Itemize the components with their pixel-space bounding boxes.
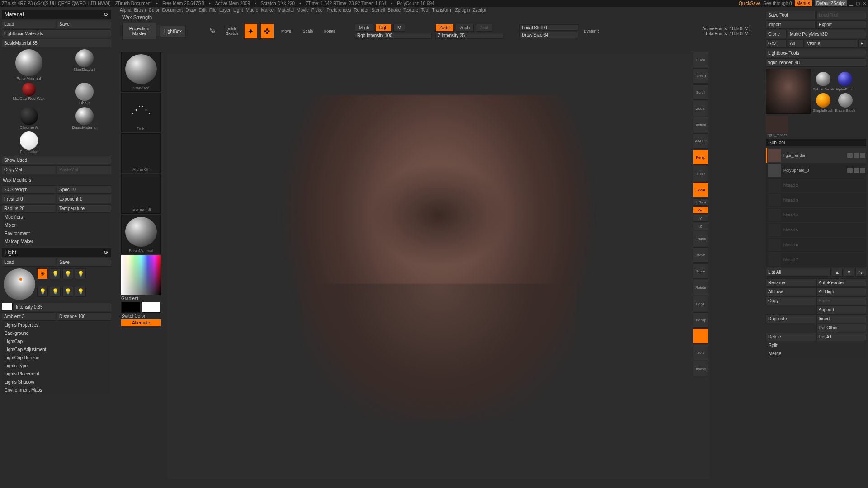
material-palette-header[interactable]: Material ⟳: [2, 10, 111, 19]
move-mode-button[interactable]: Move: [277, 28, 295, 34]
current-tool-preview[interactable]: [766, 69, 811, 114]
lights-placement-section[interactable]: Lights Placement: [2, 370, 111, 378]
primary-color-swatch[interactable]: [142, 302, 160, 313]
floor-button[interactable]: Floor: [693, 166, 708, 181]
z-button[interactable]: Z: [693, 223, 708, 230]
merge-section[interactable]: Merge: [766, 350, 866, 357]
load-tool-button[interactable]: Load Tool: [816, 11, 866, 19]
brush-preview[interactable]: Standard: [121, 52, 161, 92]
canvas-viewport[interactable]: [167, 54, 710, 479]
menu-item[interactable]: Stroke: [387, 8, 401, 13]
subtool-item[interactable]: hhead 4: [766, 208, 866, 222]
insert-button[interactable]: Insert: [816, 314, 867, 323]
ambient-slider[interactable]: Ambient 3: [2, 312, 56, 321]
alternate-button[interactable]: Alternate: [121, 319, 161, 326]
focal-shift-slider[interactable]: Focal Shift 0: [519, 24, 578, 31]
scale-nav-button[interactable]: Scale: [693, 263, 708, 279]
r-button[interactable]: R: [858, 39, 866, 48]
projection-master-button[interactable]: Projection Master: [122, 23, 156, 39]
lights-properties-section[interactable]: Lights Properties: [2, 321, 111, 329]
light-intensity-slider[interactable]: Intensity 0.85: [14, 303, 111, 311]
menu-item[interactable]: Document: [162, 8, 183, 13]
alpha-preview[interactable]: Alpha Off: [121, 133, 161, 173]
lightcap-horizon-section[interactable]: LightCap Horizon: [2, 354, 111, 361]
light-3-toggle[interactable]: 💡: [62, 268, 73, 279]
goz-button[interactable]: GoZ: [766, 39, 787, 48]
tool-name-field[interactable]: figur_render. 48: [766, 58, 866, 67]
zadd-button[interactable]: Zadd: [435, 24, 454, 32]
subtool-item[interactable]: hhead 5: [766, 223, 866, 237]
secondary-color-swatch[interactable]: [121, 302, 140, 313]
material-thumb[interactable]: Chalk: [57, 83, 111, 105]
color-picker[interactable]: [121, 255, 161, 295]
wax-strength-slider[interactable]: 20 Strength: [2, 185, 56, 194]
menu-item[interactable]: Preferences: [327, 8, 351, 13]
paste-button[interactable]: Paste: [816, 296, 867, 305]
copymat-button[interactable]: CopyMat: [2, 165, 56, 174]
quicksave-button[interactable]: QuickSave: [739, 1, 760, 6]
background-section[interactable]: Background: [2, 329, 111, 337]
copy-button[interactable]: Copy: [766, 296, 816, 305]
polyf-button[interactable]: PolyF: [693, 296, 708, 311]
window-min-icon[interactable]: ▁: [849, 1, 853, 6]
lightcap-section[interactable]: LightCap: [2, 338, 111, 345]
menu-item[interactable]: Movie: [297, 8, 309, 13]
menu-item[interactable]: Transform: [432, 8, 452, 13]
distance-slider[interactable]: Distance 100: [57, 312, 111, 321]
make-polymesh-button[interactable]: Make PolyMesh3D: [788, 30, 866, 38]
material-thumb[interactable]: Chrome A: [2, 107, 56, 130]
move-nav-button[interactable]: Move: [693, 247, 708, 263]
exponent-slider[interactable]: Exponent 1: [57, 195, 111, 203]
tool-thumb[interactable]: EraserBrush: [835, 93, 855, 113]
mrgb-button[interactable]: Mrgb: [355, 24, 373, 32]
delete-button[interactable]: Delete: [766, 333, 816, 341]
load-light-button[interactable]: Load: [2, 258, 56, 267]
lights-shadow-section[interactable]: Lights Shadow: [2, 378, 111, 386]
import-button[interactable]: Import: [766, 20, 816, 29]
aahalf-button[interactable]: AAHalf: [693, 133, 708, 149]
xpose-button[interactable]: Xpose: [693, 361, 708, 376]
light-5-toggle[interactable]: 💡: [37, 286, 48, 297]
solo-button[interactable]: Solo: [693, 345, 708, 360]
list-all-button[interactable]: List All: [766, 268, 831, 277]
duplicate-button[interactable]: Duplicate: [766, 314, 816, 323]
menu-item[interactable]: Brush: [134, 8, 146, 13]
del-all-button[interactable]: Del All: [816, 333, 867, 341]
transp-button[interactable]: Transp: [693, 312, 708, 328]
z-intensity-slider[interactable]: Z Intensity 25: [435, 33, 503, 39]
local-button[interactable]: Local: [693, 182, 708, 197]
subtool-item[interactable]: hhead 3: [766, 193, 866, 207]
temperature-slider[interactable]: Temperature: [57, 204, 111, 213]
save-tool-button[interactable]: Save Tool: [766, 11, 816, 19]
material-thumb[interactable]: SkinShade4: [57, 49, 111, 81]
menus-button[interactable]: Menus: [795, 0, 812, 6]
light-1-toggle[interactable]: ☀: [37, 268, 48, 279]
zcut-button[interactable]: Zcut: [476, 24, 492, 32]
tool-thumb[interactable]: SimpleBrush: [813, 93, 833, 113]
material-preview[interactable]: BasicMaterial: [121, 215, 161, 254]
rename-button[interactable]: Rename: [766, 278, 816, 287]
subtool-item[interactable]: hhead 6: [766, 238, 866, 252]
subtool-item[interactable]: PolySphere_3: [766, 163, 866, 178]
material-thumb[interactable]: BasicMaterial: [57, 107, 111, 130]
xyz-button[interactable]: Xyz: [693, 206, 708, 214]
seethrough-slider[interactable]: See-through 0: [763, 1, 792, 6]
all-high-button[interactable]: All High: [816, 287, 867, 296]
m-button[interactable]: M: [393, 24, 405, 32]
arrow-icon[interactable]: ↘: [855, 268, 866, 277]
spix-slider[interactable]: SPix 3: [693, 68, 708, 84]
refresh-icon[interactable]: ⟳: [104, 11, 108, 18]
edit-mode-button[interactable]: ✦: [245, 24, 257, 38]
persp-button[interactable]: Persp: [693, 150, 708, 165]
tool-thumb[interactable]: AlphaBrush: [836, 72, 854, 91]
rgb-intensity-slider[interactable]: Rgb Intensity 100: [355, 33, 432, 39]
export-button[interactable]: Export: [816, 20, 866, 29]
refresh-icon[interactable]: ⟳: [104, 249, 108, 256]
eye-icon[interactable]: [860, 153, 865, 158]
light-4-toggle[interactable]: 💡: [75, 268, 86, 279]
environment-maps-section[interactable]: Environment Maps: [2, 386, 111, 394]
lightbox-materials-button[interactable]: Lightbox▸ Materials: [2, 29, 111, 38]
lsym-button[interactable]: L.Sym: [693, 198, 708, 206]
pastemat-button[interactable]: PasteMat: [57, 165, 111, 174]
light-6-toggle[interactable]: 💡: [50, 286, 61, 297]
